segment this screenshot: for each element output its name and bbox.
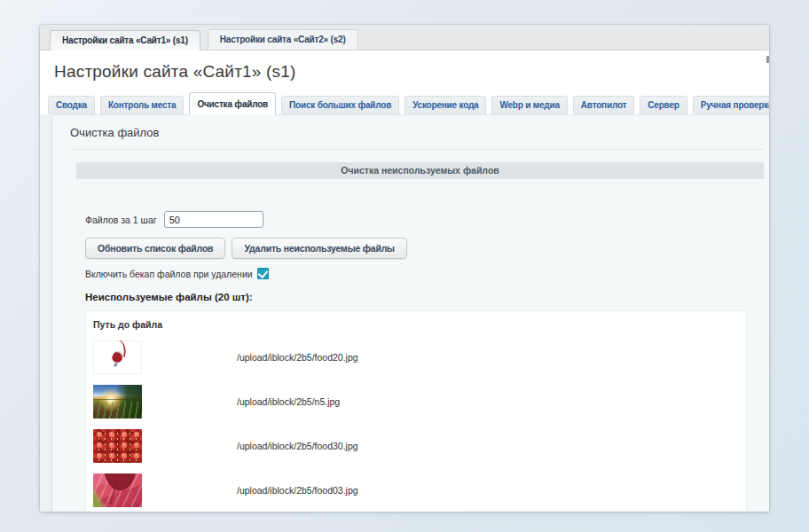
tab-ruchnaya-proverka[interactable]: Ручная проверка: [693, 96, 769, 114]
tab-avtopilot[interactable]: Автопилот: [573, 96, 634, 114]
module-tabs: Сводка Контроль места Очистка файлов Пои…: [40, 90, 769, 114]
table-row: /upload/iblock/2b5/food30.jpg: [86, 424, 746, 468]
window-tab-site1[interactable]: Настройки сайта «Сайт1» (s1): [50, 30, 200, 51]
tab-uskorenie-koda[interactable]: Ускорение кода: [404, 96, 486, 114]
delete-unused-button[interactable]: Удалить неиспользуемые файлы: [232, 238, 406, 259]
files-per-step-input[interactable]: [164, 211, 263, 228]
path-column-header: Путь до файла: [86, 311, 746, 335]
window-tab-site2[interactable]: Настройки сайта «Сайт2» (s2): [208, 29, 358, 50]
buttons-row: Обновить список файлов Удалить неиспольз…: [85, 238, 764, 259]
backup-row: Включить бекап файлов при удалении: [85, 268, 764, 279]
panel-header-bar: Очистка неиспользуемых файлов: [76, 162, 764, 179]
files-per-step-label: Файлов за 1 шаг: [85, 215, 157, 225]
unused-files-heading: Неиспользуемые файлы (20 шт):: [85, 292, 764, 302]
file-path: /upload/iblock/2b5/food20.jpg: [237, 352, 358, 363]
table-row: /upload/iblock/2b5/n5.jpg: [86, 379, 746, 424]
field-sunset-thumbnail-image: [93, 385, 142, 419]
window-left-gutter: [40, 114, 51, 512]
refresh-list-button[interactable]: Обновить список файлов: [85, 238, 225, 259]
files-per-step-row: Файлов за 1 шаг: [85, 211, 764, 228]
strawberries-thumbnail-image: [93, 429, 142, 463]
scrollbar-thumb[interactable]: [766, 56, 769, 63]
table-row: /upload/iblock/2b5/food03.jpg: [86, 468, 746, 512]
unused-files-table: Путь до файла /upload/iblock/2b5/food20.…: [85, 310, 747, 512]
page-title: Настройки сайта «Сайт1» (s1): [54, 62, 755, 82]
file-path: /upload/iblock/2b5/food03.jpg: [237, 485, 358, 496]
settings-window: Настройки сайта «Сайт1» (s1) Настройки с…: [40, 25, 769, 512]
backup-checkbox-checked[interactable]: [257, 268, 269, 279]
tab-svodka[interactable]: Сводка: [48, 96, 95, 114]
table-row: /upload/iblock/2b5/food20.jpg: [86, 335, 746, 379]
file-path: /upload/iblock/2b5/n5.jpg: [237, 396, 340, 407]
cleanup-form: Файлов за 1 шаг Обновить список файлов У…: [85, 211, 764, 512]
title-block: Настройки сайта «Сайт1» (s1): [40, 51, 769, 90]
tab-panel-cleanup: Очистка файлов Очистка неиспользуемых фа…: [51, 114, 769, 512]
divider: [70, 149, 764, 150]
watermelon-thumbnail-image: [93, 473, 142, 507]
file-path: /upload/iblock/2b5/food30.jpg: [237, 441, 358, 451]
wine-glass-thumbnail-image: [93, 340, 142, 374]
window-tab-strip: Настройки сайта «Сайт1» (s1) Настройки с…: [40, 25, 769, 51]
tab-webp-i-media[interactable]: Webp и медиа: [491, 96, 567, 114]
backup-label: Включить бекап файлов при удалении: [85, 269, 253, 279]
tab-kontrol-mesta[interactable]: Контроль места: [100, 96, 184, 114]
tab-server[interactable]: Сервер: [640, 96, 687, 114]
tab-ochistka-faylov[interactable]: Очистка файлов: [189, 92, 276, 115]
tab-poisk-bolshih-faylov[interactable]: Поиск больших файлов: [281, 96, 399, 114]
section-title: Очистка файлов: [70, 126, 764, 139]
